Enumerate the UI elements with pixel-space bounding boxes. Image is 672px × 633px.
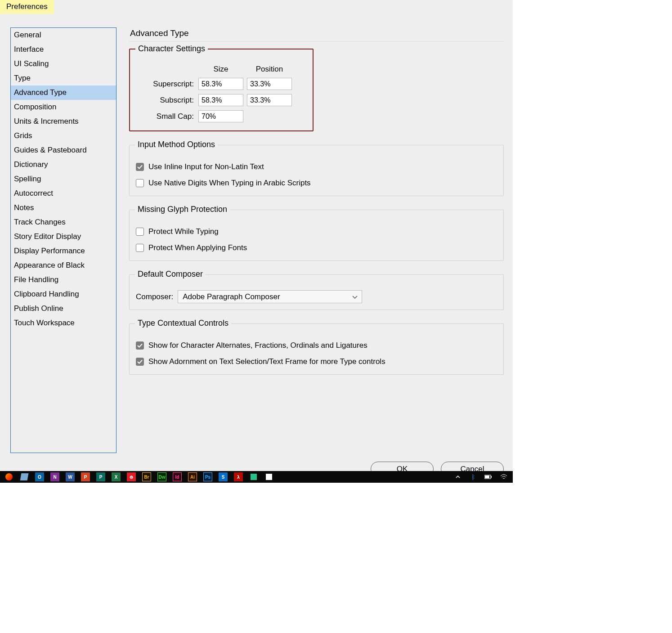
- sidebar-item-ui-scaling[interactable]: UI Scaling: [11, 57, 116, 71]
- sidebar-item-interface[interactable]: Interface: [11, 42, 116, 57]
- sidebar-item-composition[interactable]: Composition: [11, 100, 116, 114]
- battery-icon[interactable]: [481, 472, 496, 481]
- divider: [129, 41, 504, 41]
- photoshop-icon[interactable]: Ps: [201, 472, 215, 481]
- creative-cloud-icon[interactable]: ⊚: [124, 472, 139, 481]
- wifi-icon[interactable]: [497, 472, 511, 481]
- category-sidebar: General Interface UI Scaling Type Advanc…: [10, 27, 116, 453]
- header-position: Position: [247, 65, 292, 74]
- page-title: Advanced Type: [130, 28, 504, 38]
- smallcap-label: Small Cap:: [136, 112, 195, 121]
- inline-input-checkbox[interactable]: [136, 163, 144, 171]
- smallcap-size-input[interactable]: [198, 110, 243, 122]
- sidebar-item-grids[interactable]: Grids: [11, 129, 116, 143]
- app-icon[interactable]: [246, 472, 261, 481]
- sidebar-item-story-editor-display[interactable]: Story Editor Display: [11, 229, 116, 244]
- bridge-icon[interactable]: Br: [139, 472, 154, 481]
- sidebar-item-units-increments[interactable]: Units & Increments: [11, 114, 116, 129]
- header-size: Size: [198, 65, 243, 74]
- native-digits-checkbox[interactable]: [136, 179, 144, 187]
- group-legend: Default Composer: [135, 270, 206, 278]
- group-legend: Input Method Options: [135, 140, 218, 148]
- sidebar-item-guides-pasteboard[interactable]: Guides & Pasteboard: [11, 143, 116, 157]
- windows-taskbar: O N W P P X ⊚ Br Dw Id Ai Ps S λ ᛒ: [0, 471, 513, 483]
- inline-input-label: Use Inline Input for Non-Latin Text: [148, 162, 264, 171]
- sidebar-item-touch-workspace[interactable]: Touch Workspace: [11, 316, 116, 330]
- superscript-label: Superscript:: [136, 80, 195, 89]
- composer-select[interactable]: Adobe Paragraph Composer: [178, 290, 362, 303]
- default-composer-group: Default Composer Composer: Adobe Paragra…: [129, 274, 504, 310]
- contextual-controls-group: Type Contextual Controls Show for Charac…: [129, 323, 504, 375]
- bluetooth-icon[interactable]: ᛒ: [466, 472, 480, 481]
- sidebar-item-general[interactable]: General: [11, 28, 116, 42]
- indesign-icon[interactable]: Id: [170, 472, 184, 481]
- sidebar-item-publish-online[interactable]: Publish Online: [11, 301, 116, 316]
- sidebar-item-display-performance[interactable]: Display Performance: [11, 244, 116, 258]
- show-adornment-checkbox[interactable]: [136, 358, 144, 366]
- sidebar-item-appearance-of-black[interactable]: Appearance of Black: [11, 258, 116, 273]
- show-alternates-label: Show for Character Alternates, Fractions…: [148, 341, 367, 350]
- protect-typing-label: Protect While Typing: [148, 227, 219, 236]
- sidebar-item-advanced-type[interactable]: Advanced Type: [11, 85, 116, 100]
- window-title-tab: Preferences: [0, 0, 54, 14]
- character-settings-group: Character Settings Size Position Supersc…: [129, 49, 314, 131]
- tray-chevron-icon[interactable]: [451, 472, 465, 481]
- notepad-icon[interactable]: [17, 472, 31, 481]
- superscript-position-input[interactable]: [247, 78, 292, 90]
- group-legend: Character Settings: [135, 45, 208, 53]
- protect-fonts-checkbox[interactable]: [136, 244, 144, 252]
- app-icon[interactable]: [262, 472, 276, 481]
- group-legend: Type Contextual Controls: [135, 319, 231, 327]
- sidebar-item-spelling[interactable]: Spelling: [11, 172, 116, 186]
- chevron-down-icon: [352, 294, 358, 300]
- word-icon[interactable]: W: [63, 472, 77, 481]
- acrobat-icon[interactable]: λ: [231, 472, 246, 481]
- excel-icon[interactable]: X: [109, 472, 123, 481]
- onenote-icon[interactable]: N: [48, 472, 62, 481]
- protect-typing-checkbox[interactable]: [136, 228, 144, 236]
- show-adornment-label: Show Adornment on Text Selection/Text Fr…: [148, 357, 385, 366]
- subscript-label: Subscript:: [136, 96, 195, 105]
- group-legend: Missing Glyph Protection: [135, 205, 230, 213]
- sidebar-item-notes[interactable]: Notes: [11, 201, 116, 215]
- subscript-size-input[interactable]: [198, 94, 243, 106]
- sidebar-item-type[interactable]: Type: [11, 71, 116, 85]
- preferences-window: Preferences General Interface UI Scaling…: [0, 0, 513, 483]
- superscript-size-input[interactable]: [198, 78, 243, 90]
- outlook-icon[interactable]: O: [32, 472, 47, 481]
- snagit-icon[interactable]: S: [216, 472, 230, 481]
- settings-panel: Advanced Type Character Settings Size Po…: [129, 27, 504, 453]
- svg-rect-2: [485, 476, 489, 478]
- glyph-protection-group: Missing Glyph Protection Protect While T…: [129, 210, 504, 261]
- protect-fonts-label: Protect When Applying Fonts: [148, 243, 247, 252]
- sidebar-item-clipboard-handling[interactable]: Clipboard Handling: [11, 287, 116, 301]
- check-icon: [137, 343, 143, 348]
- publisher-icon[interactable]: P: [94, 472, 108, 481]
- input-method-group: Input Method Options Use Inline Input fo…: [129, 145, 504, 196]
- check-icon: [137, 164, 143, 170]
- svg-rect-1: [491, 476, 492, 478]
- native-digits-label: Use Native Digits When Typing in Arabic …: [148, 179, 311, 188]
- sidebar-item-file-handling[interactable]: File Handling: [11, 273, 116, 287]
- firefox-icon[interactable]: [2, 472, 16, 481]
- sidebar-item-autocorrect[interactable]: Autocorrect: [11, 186, 116, 201]
- dreamweaver-icon[interactable]: Dw: [155, 472, 169, 481]
- powerpoint-icon[interactable]: P: [78, 472, 93, 481]
- composer-label: Composer:: [136, 292, 173, 301]
- sidebar-item-dictionary[interactable]: Dictionary: [11, 157, 116, 172]
- illustrator-icon[interactable]: Ai: [185, 472, 200, 481]
- check-icon: [137, 359, 143, 364]
- sidebar-item-track-changes[interactable]: Track Changes: [11, 215, 116, 229]
- subscript-position-input[interactable]: [247, 94, 292, 106]
- composer-value: Adobe Paragraph Composer: [183, 292, 280, 301]
- show-alternates-checkbox[interactable]: [136, 341, 144, 350]
